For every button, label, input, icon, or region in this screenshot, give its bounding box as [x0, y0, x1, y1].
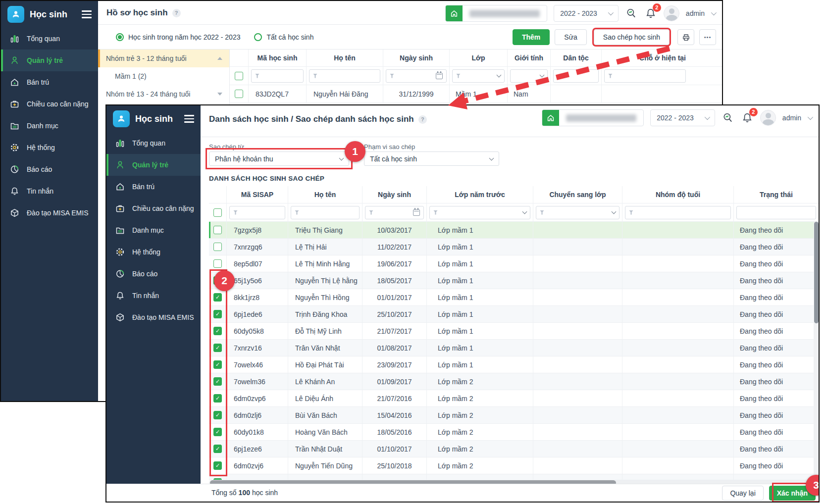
sidebar-item-cube[interactable]: Đào tạo MISA EMIS: [106, 306, 201, 328]
filter-input[interactable]: [251, 69, 304, 83]
more-actions-button[interactable]: •••: [699, 29, 716, 45]
print-button[interactable]: [677, 29, 694, 45]
sidebar-item-cube[interactable]: Đào tạo MISA EMIS: [1, 202, 98, 224]
row-checkbox[interactable]: [235, 90, 243, 98]
sidebar-item-pie-chart[interactable]: Báo cáo: [106, 263, 201, 285]
table-row[interactable]: 7gzgx5j8Triệu Thị Giang10/03/2017Lớp mầm…: [209, 222, 819, 239]
row-checkbox[interactable]: ✓: [213, 461, 222, 470]
filter-input[interactable]: [536, 206, 620, 219]
sidebar-item-folder[interactable]: Danh mục: [106, 219, 201, 241]
filter-input[interactable]: [736, 206, 816, 219]
search-report-icon[interactable]: [722, 111, 734, 124]
filter-input[interactable]: [452, 69, 505, 83]
copy-from-dropdown[interactable]: Phân hệ khoản thu: [209, 151, 349, 166]
row-checkbox[interactable]: ✓: [213, 394, 222, 403]
table-row[interactable]: ✓6pj1ede6Trịnh Đăng Khoa25/10/2017Lớp mầ…: [209, 306, 819, 323]
table-row[interactable]: ✓7xnrzv16Trân Văn Nhật01/08/2017Lớp mầm …: [209, 340, 819, 356]
sidebar-item-person[interactable]: Quản lý trẻ: [106, 154, 201, 176]
menu-hamburger-icon[interactable]: [184, 115, 194, 122]
table-row[interactable]: 8ep5dl07Lê Thị Minh Hằng19/06/2017Lớp mầ…: [209, 255, 819, 272]
chevron-down-icon[interactable]: [522, 209, 527, 214]
filter-input[interactable]: [604, 69, 686, 83]
row-checkbox[interactable]: ✓: [213, 428, 222, 436]
sidebar-item-bell[interactable]: Tin nhắn: [106, 285, 201, 306]
table-row[interactable]: ✓6dm0zvp6Lê Diệu Ánh21/07/2016Lớp mầm 2Đ…: [209, 390, 819, 407]
filter-input[interactable]: [386, 69, 447, 83]
row-checkbox[interactable]: ✓: [213, 310, 222, 318]
edit-button[interactable]: Sửa: [555, 29, 587, 45]
tree-item[interactable]: Nhóm trẻ 13 - 24 tháng tuổi: [98, 85, 229, 103]
scope-radio-1[interactable]: Tất cả học sinh: [254, 33, 313, 41]
filter-input[interactable]: [291, 206, 360, 219]
filter-input[interactable]: [625, 206, 731, 219]
chevron-down-icon[interactable]: [612, 209, 617, 214]
table-row[interactable]: ✓6dm0zlj6Bùi Văn Bách15/04/2016Lớp mầm 2…: [209, 407, 819, 424]
school-year-select[interactable]: 2022 - 2023: [650, 109, 715, 126]
user-menu-chevron-icon[interactable]: [808, 114, 813, 120]
filter-input[interactable]: [365, 206, 424, 219]
notifications-bell-icon[interactable]: 2: [741, 111, 754, 124]
sidebar-item-medkit[interactable]: Chiều cao cân nặng: [106, 198, 201, 219]
row-checkbox[interactable]: [213, 226, 222, 234]
select-all-checkbox[interactable]: [235, 72, 243, 80]
row-checkbox[interactable]: ✓: [213, 445, 222, 453]
school-selector[interactable]: [445, 5, 547, 22]
table-row[interactable]: 7xnrzgq6Lệ Thị Hải11/02/2017Lớp mầm 1Đan…: [209, 239, 819, 255]
row-checkbox[interactable]: ✓: [213, 344, 222, 352]
sidebar-item-chart-bars[interactable]: Tổng quan: [1, 28, 98, 50]
add-button[interactable]: Thêm: [513, 29, 550, 45]
table-row[interactable]: ✓60dy01k8Hoàng Văn Bách18/05/2016Lớp mầm…: [209, 424, 819, 441]
row-checkbox[interactable]: [213, 259, 222, 268]
user-avatar[interactable]: [664, 5, 679, 21]
sidebar-item-gear[interactable]: Hệ thống: [1, 137, 98, 158]
confirm-button[interactable]: Xác nhận: [769, 486, 816, 501]
copy-scope-dropdown[interactable]: Tất cả học sinh: [364, 151, 499, 166]
table-row[interactable]: ✓65j1y5o6Nguyễn Thị Lệ hằng18/05/2017Lớp…: [209, 272, 819, 289]
sidebar-item-gear[interactable]: Hệ thống: [106, 241, 201, 263]
menu-hamburger-icon[interactable]: [82, 10, 92, 18]
filter-input[interactable]: [309, 69, 380, 83]
table-row[interactable]: ✓8kk1jrz8Nguyễn Thì Hồng01/01/2017Lớp mầ…: [209, 289, 819, 306]
sidebar-item-folder[interactable]: Danh mục: [1, 115, 98, 137]
row-checkbox[interactable]: ✓: [213, 411, 222, 419]
sidebar-item-bell[interactable]: Tin nhắn: [1, 180, 98, 202]
table-row[interactable]: ✓6pj1eze6Trần Nhật Duật01/10/2017Lớp mầm…: [209, 441, 819, 457]
calendar-icon[interactable]: [413, 209, 420, 216]
search-report-icon[interactable]: [625, 7, 638, 20]
table-row[interactable]: ✓7owelm36Lê Khánh An01/09/2017Lớp mầm 2Đ…: [209, 373, 819, 390]
back-button[interactable]: Quay lại: [722, 486, 763, 501]
tree-item[interactable]: Mầm 1 (2): [98, 67, 229, 85]
sidebar-item-house[interactable]: Bán trú: [1, 71, 98, 93]
help-icon[interactable]: ?: [418, 115, 427, 124]
help-icon[interactable]: ?: [172, 9, 181, 17]
select-all-checkbox[interactable]: [213, 208, 222, 217]
row-checkbox[interactable]: ✓: [213, 377, 222, 386]
scope-radio-0[interactable]: Học sinh trong năm học 2022 - 2023: [116, 33, 240, 41]
calendar-icon[interactable]: [436, 73, 443, 79]
row-checkbox[interactable]: ✓: [213, 327, 222, 335]
copy-students-button[interactable]: Sao chép học sinh: [594, 29, 670, 45]
sidebar-item-medkit[interactable]: Chiều cao cân nặng: [1, 93, 98, 115]
filter-input[interactable]: [429, 206, 530, 219]
school-year-select[interactable]: 2022 - 2023: [554, 5, 619, 22]
table-row[interactable]: ✓6dm0zvj6Nguyễn Tiến Dũng25/10/2018Lớp m…: [209, 457, 819, 474]
table-row[interactable]: ✓60dy05k8Đỗ Thị Mỹ Linh21/07/2017Lớp mầm…: [209, 323, 819, 340]
school-selector[interactable]: [542, 109, 644, 126]
chevron-down-icon[interactable]: [540, 73, 545, 78]
row-checkbox[interactable]: [213, 243, 222, 251]
sidebar-item-house[interactable]: Bán trú: [106, 176, 201, 198]
filter-input[interactable]: [553, 69, 599, 83]
user-avatar[interactable]: [760, 110, 776, 126]
vertical-scrollbar[interactable]: [814, 221, 819, 478]
tree-item[interactable]: Nhóm trẻ 3 - 12 tháng tuổi: [98, 50, 229, 67]
user-menu-chevron-icon[interactable]: [711, 10, 717, 15]
sidebar-item-person[interactable]: Quản lý trẻ: [1, 50, 98, 71]
sidebar-item-pie-chart[interactable]: Báo cáo: [1, 158, 98, 180]
table-row[interactable]: ✓7owelx46Hồ Đại Phát Tài23/09/2017Lớp mầ…: [209, 356, 819, 373]
row-checkbox[interactable]: ✓: [213, 276, 222, 285]
chevron-down-icon[interactable]: [497, 73, 502, 78]
sidebar-item-chart-bars[interactable]: Tổng quan: [106, 132, 201, 154]
row-checkbox[interactable]: ✓: [213, 293, 222, 302]
row-checkbox[interactable]: ✓: [213, 360, 222, 369]
filter-input[interactable]: [229, 206, 285, 219]
